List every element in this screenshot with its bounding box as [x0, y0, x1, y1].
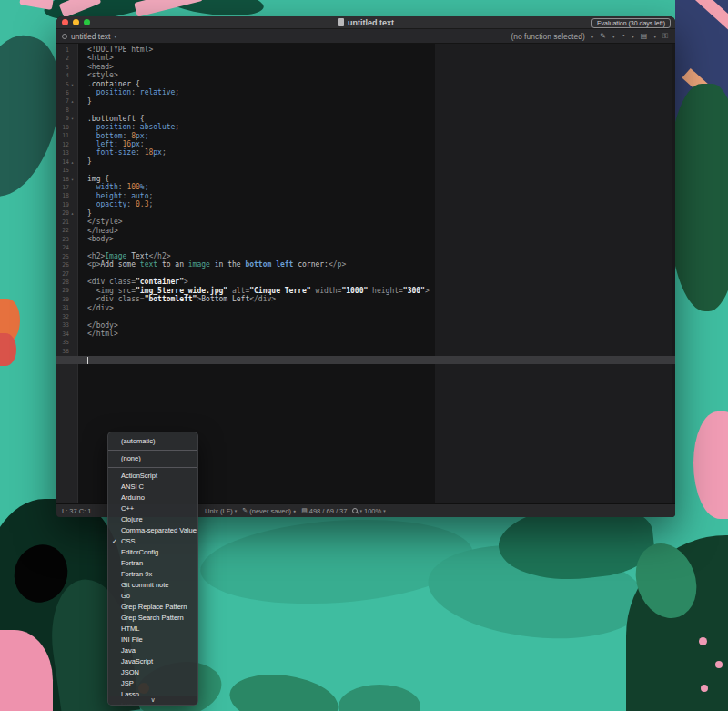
code-line[interactable]: <img src="img_5terre_wide.jpg" alt="Cinq… — [87, 287, 675, 295]
code-line[interactable]: width: 100%; — [87, 183, 675, 191]
menu-item-css[interactable]: ✓CSS — [108, 536, 197, 547]
history-icon[interactable]: ◔ — [621, 32, 625, 40]
character-word-line-counts: ▤ 498 / 69 / 37 — [301, 507, 347, 515]
documents-icon[interactable]: ▤ — [641, 32, 648, 40]
code-line[interactable] — [87, 347, 675, 355]
code-line[interactable]: <div class="container"> — [87, 278, 675, 286]
wallpaper-shape — [339, 685, 420, 711]
menu-item--automatic-[interactable]: (automatic) — [108, 436, 197, 447]
menu-item-html[interactable]: HTML — [108, 624, 197, 635]
menu-item-git-commit-note[interactable]: Git commit note — [108, 580, 197, 591]
pencil-icon[interactable]: ✎ — [600, 32, 606, 40]
code-line[interactable] — [87, 243, 675, 251]
code-line[interactable]: } — [87, 157, 675, 166]
line-number: 10 — [56, 123, 77, 131]
code-line[interactable]: .container { — [87, 80, 675, 88]
language-menu: (automatic)(none)ActionScriptANSI CArdui… — [107, 432, 198, 706]
function-popup[interactable]: (no function selected) — [511, 32, 584, 41]
code-line[interactable] — [87, 269, 675, 278]
line-number: 7▴ — [56, 97, 77, 106]
code-line[interactable]: <body> — [87, 235, 675, 243]
code-line[interactable]: </style> — [87, 218, 675, 226]
menu-item-c-[interactable]: C++ — [108, 503, 197, 514]
code-line[interactable] — [87, 338, 675, 346]
line-ending-popup[interactable]: Unix (LF) ▾ — [205, 507, 237, 515]
code-line[interactable]: </body> — [87, 321, 675, 330]
code-line[interactable]: <p>Add some text to an image in the bott… — [87, 260, 675, 269]
fold-marker-icon[interactable]: ▾ — [69, 82, 76, 87]
modified-dot-icon: ● — [293, 508, 296, 513]
zoom-control[interactable]: ▾ 100% ▾ — [352, 507, 385, 515]
code-line[interactable]: </html> — [87, 330, 675, 338]
line-number: 8 — [56, 106, 77, 114]
code-line[interactable]: left: 16px; — [87, 140, 675, 148]
menu-item-comma-separated-values[interactable]: Comma-separated Values — [108, 525, 197, 536]
menu-item-fortran-9x[interactable]: Fortran 9x — [108, 569, 197, 580]
code-line[interactable]: <head> — [87, 63, 675, 71]
line-number: 30 — [56, 295, 77, 303]
code-line[interactable] — [87, 106, 675, 114]
code-line[interactable]: font-size: 18px; — [87, 148, 675, 157]
fold-marker-icon[interactable]: ▾ — [69, 177, 76, 182]
code-line[interactable]: <h2>Image Text</h2> — [87, 252, 675, 260]
line-number-gutter: 12345▾67▴89▾1011121314▴1516▾17181920▴212… — [56, 44, 78, 503]
code-line[interactable]: } — [87, 97, 675, 106]
line-number: 11 — [56, 132, 77, 140]
code-line[interactable]: position: relative; — [87, 88, 675, 96]
line-number: 21 — [56, 218, 77, 226]
line-number: 18 — [56, 192, 77, 200]
wallpaper-shape — [693, 411, 728, 519]
line-number: 33 — [56, 321, 77, 330]
menu-item-json[interactable]: JSON — [108, 667, 197, 678]
menu-item-jsp[interactable]: JSP — [108, 678, 197, 689]
code-line[interactable]: </div> — [87, 304, 675, 312]
code-line[interactable]: opacity: 0.3; — [87, 200, 675, 208]
menu-item-clojure[interactable]: Clojure — [108, 514, 197, 525]
code-line[interactable]: .bottomleft { — [87, 115, 675, 123]
document-popup[interactable]: untitled text ▾ — [62, 32, 116, 41]
code-line[interactable]: <!DOCTYPE html> — [87, 46, 675, 54]
menu-item-grep-search-pattern[interactable]: Grep Search Pattern — [108, 613, 197, 624]
code-line[interactable] — [87, 166, 675, 174]
code-line[interactable]: <style> — [87, 71, 675, 79]
wallpaper-shape — [699, 637, 707, 645]
chevron-down-icon: ▾ — [612, 34, 615, 39]
menu-item-actionscript[interactable]: ActionScript — [108, 471, 197, 482]
menu-item-fortran[interactable]: Fortran — [108, 558, 197, 569]
code-line[interactable]: position: absolute; — [87, 123, 675, 131]
menu-item-go[interactable]: Go — [108, 591, 197, 602]
code-line[interactable]: <div class="bottomleft">Bottom Left</div… — [87, 295, 675, 303]
fold-marker-icon[interactable]: ▴ — [69, 159, 76, 165]
menu-item-grep-replace-pattern[interactable]: Grep Replace Pattern — [108, 602, 197, 613]
lock-icon[interactable]: ⚿ — [662, 32, 668, 41]
menu-item-ini-file[interactable]: INI File — [108, 635, 197, 645]
menu-item-arduino[interactable]: Arduino — [108, 493, 197, 503]
menu-scroll-down-indicator[interactable]: ∨ — [108, 696, 197, 705]
title-bar[interactable]: untitled text Evaluation (30 days left) — [56, 16, 675, 29]
wallpaper-shape — [715, 661, 723, 668]
line-number: 34 — [56, 330, 77, 338]
pencil-icon: ✎ — [242, 507, 248, 514]
code-line[interactable]: img { — [87, 175, 675, 183]
wallpaper-shape — [227, 668, 342, 711]
code-line[interactable]: bottom: 8px; — [87, 132, 675, 140]
line-number: 35 — [56, 338, 77, 346]
line-number: 27 — [56, 269, 77, 278]
menu-item--none-[interactable]: (none) — [108, 453, 197, 464]
code-line[interactable] — [87, 312, 675, 320]
fold-marker-icon[interactable]: ▴ — [69, 210, 76, 216]
menu-item-java[interactable]: Java — [108, 645, 197, 656]
line-number: 9▾ — [56, 115, 77, 123]
code-line[interactable]: height: auto; — [87, 192, 675, 200]
evaluation-badge[interactable]: Evaluation (30 days left) — [592, 18, 671, 28]
code-line[interactable] — [87, 355, 675, 363]
code-line[interactable]: <html> — [87, 54, 675, 62]
menu-item-javascript[interactable]: JavaScript — [108, 656, 197, 667]
code-line[interactable]: </head> — [87, 227, 675, 235]
menu-item-editorconfig[interactable]: EditorConfig — [108, 547, 197, 558]
code-line[interactable]: } — [87, 209, 675, 218]
wallpaper-shape — [667, 84, 728, 311]
menu-item-ansi-c[interactable]: ANSI C — [108, 482, 197, 493]
fold-marker-icon[interactable]: ▾ — [69, 116, 76, 121]
fold-marker-icon[interactable]: ▴ — [69, 98, 76, 104]
